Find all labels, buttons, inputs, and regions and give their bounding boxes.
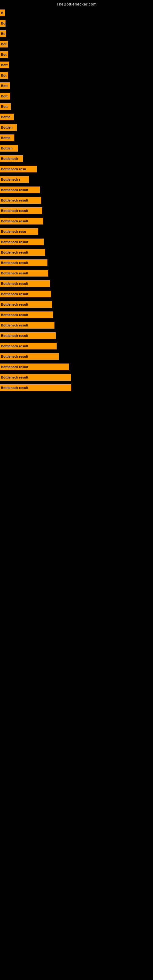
bar-label-text-11: Bottle [1,115,10,119]
bar-label-text-8: Bott [1,84,8,88]
bar-row-25: Bottleneck result [0,258,153,268]
bar-row-34: Bottleneck result [0,351,153,362]
bar-label-text-5: Bot [1,52,6,56]
bar-label-text-23: Bottleneck result [1,240,28,244]
bar-label-text-3: Bo [1,32,5,35]
bar-16: Bottleneck resu [0,166,37,172]
bar-row-20: Bottleneck result [0,205,153,216]
bar-14: Bottlen [0,145,18,151]
bar-37: Bottleneck result [0,384,71,391]
bar-label-text-33: Bottleneck result [1,344,28,348]
bar-label-text-16: Bottleneck resu [1,167,26,171]
bar-row-2: Bo [0,18,153,29]
bar-row-4: Bot [0,39,153,49]
bar-label-text-22: Bottleneck resu [1,230,26,233]
bar-label-text-25: Bottleneck result [1,261,28,265]
bar-label-text-1: B [1,11,3,15]
bar-row-36: Bottleneck result [0,372,153,382]
bar-label-text-21: Bottleneck result [1,219,28,223]
bar-2: Bo [0,20,5,27]
bar-6: Bott [0,62,9,68]
bar-row-37: Bottleneck result [0,382,153,393]
bar-29: Bottleneck result [0,301,52,308]
bar-24: Bottleneck result [0,249,45,256]
bar-label-text-12: Bottlen [1,126,13,129]
bar-label-text-31: Bottleneck result [1,323,28,327]
bar-row-17: Bottleneck r [0,174,153,185]
bar-row-26: Bottleneck result [0,268,153,278]
bar-row-3: Bo [0,29,153,39]
bar-label-text-32: Bottleneck result [1,334,28,337]
bar-label-text-37: Bottleneck result [1,386,28,390]
bar-label-text-14: Bottlen [1,146,13,150]
bar-19: Bottleneck result [0,197,41,204]
bar-row-11: Bottle [0,112,153,122]
bars-container: BBoBoBotBotBottBotBottBottBottBottleBott… [0,8,153,393]
bar-28: Bottleneck result [0,291,51,298]
bar-row-6: Bott [0,60,153,70]
bar-row-29: Bottleneck result [0,299,153,310]
bar-label-text-13: Bottle [1,136,10,140]
bar-31: Bottleneck result [0,322,54,329]
bar-row-30: Bottleneck result [0,310,153,320]
bar-row-10: Bott [0,101,153,112]
bar-row-27: Bottleneck result [0,278,153,289]
bar-1: B [0,10,5,16]
bar-label-text-30: Bottleneck result [1,313,28,317]
bar-row-18: Bottleneck result [0,185,153,195]
bar-32: Bottleneck result [0,332,56,339]
bar-5: Bot [0,51,8,58]
bar-11: Bottle [0,114,14,120]
bar-25: Bottleneck result [0,259,48,266]
bar-label-text-36: Bottleneck result [1,375,28,379]
bar-17: Bottleneck r [0,176,29,183]
bar-label-text-2: Bo [1,21,5,25]
bar-row-28: Bottleneck result [0,289,153,299]
bar-label-text-19: Bottleneck result [1,199,28,202]
bar-label-text-10: Bott [1,105,8,108]
bar-label-text-4: Bot [1,42,6,46]
bar-row-24: Bottleneck result [0,247,153,258]
bar-label-text-29: Bottleneck result [1,302,28,306]
bar-row-1: B [0,8,153,18]
bar-row-5: Bot [0,49,153,60]
bar-label-text-34: Bottleneck result [1,355,28,358]
bar-row-12: Bottlen [0,122,153,133]
bar-33: Bottleneck result [0,343,57,350]
bar-8: Bott [0,83,10,89]
bar-13: Bottle [0,134,14,141]
bar-label-text-20: Bottleneck result [1,209,28,213]
bar-34: Bottleneck result [0,353,59,360]
bar-label-text-24: Bottleneck result [1,250,28,254]
bar-row-13: Bottle [0,133,153,143]
bar-row-32: Bottleneck result [0,331,153,341]
bar-20: Bottleneck result [0,207,42,214]
bar-7: Bot [0,72,8,79]
bar-9: Bott [0,93,10,100]
bar-30: Bottleneck result [0,312,53,318]
bar-row-14: Bottlen [0,143,153,153]
bar-23: Bottleneck result [0,239,44,245]
bar-row-35: Bottleneck result [0,362,153,372]
bar-12: Bottlen [0,124,17,131]
bar-label-text-18: Bottleneck result [1,188,28,192]
bar-row-33: Bottleneck result [0,341,153,351]
bar-15: Bottleneck [0,155,23,162]
bar-label-text-17: Bottleneck r [1,178,21,181]
bar-3: Bo [0,30,6,37]
bar-label-text-27: Bottleneck result [1,282,28,285]
bar-label-text-26: Bottleneck result [1,271,28,275]
site-title: TheBottlenecker.com [0,0,153,8]
bar-row-7: Bot [0,70,153,81]
bar-row-16: Bottleneck resu [0,164,153,174]
bar-row-9: Bott [0,91,153,101]
bar-row-8: Bott [0,81,153,91]
bar-row-31: Bottleneck result [0,320,153,331]
bar-10: Bott [0,103,11,110]
bar-36: Bottleneck result [0,374,71,381]
bar-row-22: Bottleneck resu [0,226,153,237]
bar-18: Bottleneck result [0,186,40,193]
bar-label-text-35: Bottleneck result [1,365,28,369]
bar-label-text-6: Bott [1,63,8,67]
bar-label-text-7: Bot [1,73,6,77]
